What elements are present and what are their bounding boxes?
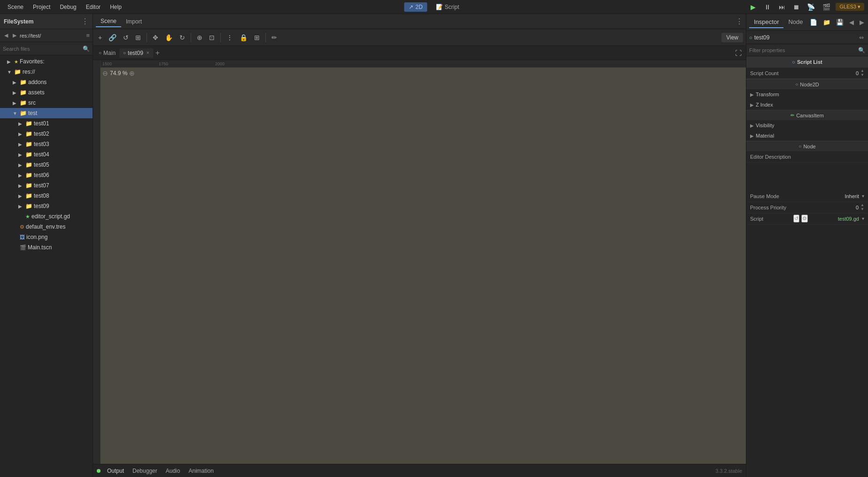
- mode-2d-button[interactable]: ↗ 2D: [404, 2, 427, 12]
- filter-properties-input[interactable]: [749, 47, 858, 53]
- list-item[interactable]: ▶ 📁 test01: [0, 118, 93, 129]
- menu-help[interactable]: Help: [106, 2, 125, 12]
- lock-button[interactable]: 🔒: [237, 32, 250, 43]
- center-button[interactable]: ⊡: [207, 32, 217, 43]
- list-item[interactable]: ▶ ⚙ default_env.tres: [0, 222, 93, 232]
- arrow-down-icon[interactable]: ▼: [860, 208, 864, 211]
- inspector-back-button[interactable]: ◀: [847, 18, 856, 27]
- stop-button[interactable]: ⏹: [790, 2, 802, 12]
- script-settings-button[interactable]: ⚙: [801, 215, 808, 223]
- list-item[interactable]: ▶ 📁 test03: [0, 139, 93, 149]
- center-panel-menu-button[interactable]: ⋮: [736, 17, 743, 26]
- list-item[interactable]: ▶ 📁 test04: [0, 149, 93, 160]
- visibility-row[interactable]: ▶ Visibility: [746, 120, 868, 131]
- center-panel: Scene Import ⋮ + 🔗 ↺ ⊞ ✥ ✋ ↻ ⊕ ⊡ ⋮ 🔒 ⊞ ✏…: [93, 14, 746, 477]
- menu-center: ↗ 2D 📝 Script: [404, 2, 464, 12]
- inspector-stretch-button[interactable]: ⇔: [858, 34, 865, 41]
- view-button[interactable]: View: [721, 33, 743, 42]
- search-icon[interactable]: 🔍: [83, 46, 90, 52]
- nav-back-button[interactable]: ◀: [3, 32, 9, 39]
- arrow-up-icon[interactable]: ▲: [860, 203, 864, 207]
- menu-scene[interactable]: Scene: [4, 2, 27, 12]
- tab-audio[interactable]: Audio: [162, 466, 184, 476]
- grab-button[interactable]: ✋: [163, 32, 175, 43]
- play-button[interactable]: ▶: [748, 2, 759, 12]
- list-item[interactable]: ▼ 📁 res://: [0, 67, 93, 77]
- list-item[interactable]: ▶ 🖼 icon.png: [0, 232, 93, 242]
- transform-label: Transform: [756, 92, 779, 97]
- list-item[interactable]: ▶ 📁 test05: [0, 160, 93, 170]
- list-item[interactable]: ▼ 📁 test: [0, 108, 93, 118]
- list-item[interactable]: ▶ 📁 test02: [0, 129, 93, 139]
- script-reload-button[interactable]: ↺: [793, 215, 799, 223]
- inspector-tabs: Inspector Node 📄 📁 💾 ◀ ▶: [746, 14, 868, 31]
- move-button[interactable]: ✥: [150, 32, 161, 43]
- transform-row[interactable]: ▶ Transform: [746, 89, 868, 100]
- link-node-button[interactable]: 🔗: [106, 32, 119, 43]
- process-priority-spinbox[interactable]: ▲ ▼: [860, 203, 864, 211]
- menu-debug[interactable]: Debug: [56, 2, 80, 12]
- list-item[interactable]: ▶ 📁 test09: [0, 201, 93, 211]
- refresh-button[interactable]: ↺: [121, 32, 131, 43]
- scene-tab-main[interactable]: ○ Main: [95, 48, 119, 58]
- tab-debugger[interactable]: Debugger: [129, 466, 161, 476]
- list-item[interactable]: ▶ 📁 src: [0, 98, 93, 108]
- list-item[interactable]: ▶ 📁 test07: [0, 180, 93, 191]
- more-button[interactable]: ⋮: [224, 32, 235, 43]
- arrow-down-icon[interactable]: ▼: [860, 73, 864, 77]
- tab-inspector[interactable]: Inspector: [749, 16, 783, 28]
- zoom-in-button[interactable]: ⊕: [129, 69, 135, 77]
- nav-forward-button[interactable]: ▶: [11, 32, 18, 39]
- tab-scene[interactable]: Scene: [96, 16, 121, 27]
- tab-animation[interactable]: Animation: [185, 466, 217, 476]
- path-expand-button[interactable]: ≡: [86, 32, 90, 39]
- node-section[interactable]: ○ Node: [746, 141, 868, 151]
- video-button[interactable]: 🎬: [820, 2, 833, 12]
- list-item[interactable]: ▶ 📁 test08: [0, 191, 93, 201]
- filesystem-menu-button[interactable]: ⋮: [81, 17, 89, 26]
- list-item[interactable]: ▶ 📁 test06: [0, 170, 93, 180]
- pen-button[interactable]: ✏: [269, 32, 279, 43]
- list-item[interactable]: ▶ 🎬 Main.tscn: [0, 242, 93, 253]
- menu-editor[interactable]: Editor: [82, 2, 104, 12]
- list-item[interactable]: ▶ ★ Favorites:: [0, 56, 93, 67]
- tab-node[interactable]: Node: [783, 16, 807, 28]
- expand-button[interactable]: ⊞: [133, 32, 143, 43]
- search-input[interactable]: [3, 46, 81, 52]
- inspector-node-name: test09: [754, 34, 856, 41]
- menu-project[interactable]: Project: [29, 2, 54, 12]
- inspector-save-button[interactable]: 💾: [834, 18, 845, 27]
- group-button[interactable]: ⊞: [252, 32, 262, 43]
- node2d-section[interactable]: ○ Node2D: [746, 79, 868, 89]
- pause-mode-dropdown[interactable]: ▾: [862, 193, 864, 199]
- gles-badge[interactable]: GLES3 ▾: [836, 3, 864, 11]
- zoom-out-button[interactable]: ⊖: [102, 69, 108, 77]
- pivot-button[interactable]: ⊕: [194, 32, 205, 43]
- mode-script-button[interactable]: 📝 Script: [431, 2, 464, 12]
- list-item[interactable]: ▶ 📁 assets: [0, 87, 93, 98]
- tab-import[interactable]: Import: [121, 16, 147, 27]
- canvas-item-section[interactable]: ✏ CanvasItem: [746, 110, 868, 120]
- add-node-button[interactable]: +: [96, 32, 104, 43]
- script-dropdown[interactable]: ▾: [862, 216, 864, 221]
- scene-tab-test09[interactable]: ○ test09 ×: [119, 48, 153, 58]
- inspector-file-button[interactable]: 📄: [808, 18, 819, 27]
- remote-button[interactable]: 📡: [805, 2, 817, 12]
- inspector-forward-button[interactable]: ▶: [858, 18, 866, 27]
- list-item[interactable]: ▶ ★ editor_script.gd: [0, 211, 93, 222]
- script-count-spinbox[interactable]: ▲ ▼: [860, 69, 864, 77]
- step-button[interactable]: ⏭: [776, 2, 788, 12]
- fullscreen-button[interactable]: ⛶: [733, 48, 744, 58]
- pause-button[interactable]: ⏸: [761, 2, 774, 12]
- arrow-up-icon[interactable]: ▲: [860, 69, 864, 73]
- rotate-button[interactable]: ↻: [177, 32, 187, 43]
- inspector-folder-button[interactable]: 📁: [821, 18, 832, 27]
- tab-output[interactable]: Output: [103, 466, 128, 476]
- script-list-section[interactable]: ○ Script List: [746, 56, 868, 68]
- add-tab-button[interactable]: +: [153, 48, 162, 58]
- canvas-grid[interactable]: [101, 68, 746, 464]
- list-item[interactable]: ▶ 📁 addons: [0, 77, 93, 87]
- close-tab-button[interactable]: ×: [147, 50, 149, 55]
- material-row[interactable]: ▶ Material: [746, 131, 868, 141]
- z-index-row[interactable]: ▶ Z Index: [746, 100, 868, 110]
